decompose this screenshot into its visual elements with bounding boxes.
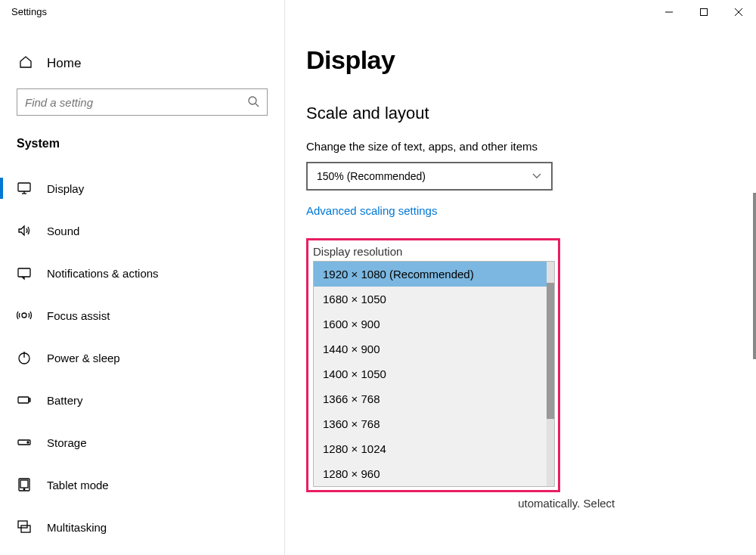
sidebar-item-focus[interactable]: Focus assist [0,294,284,336]
resolution-dropdown-list: 1920 × 1080 (Recommended)1680 × 10501600… [313,261,555,487]
home-label: Home [47,56,81,71]
svg-rect-6 [18,183,30,191]
sidebar-item-label: Tablet mode [47,479,109,491]
resolution-option[interactable]: 1360 × 768 [314,411,554,436]
sidebar-item-display[interactable]: Display [0,167,284,209]
sidebar-item-storage[interactable]: Storage [0,421,284,464]
home-icon [18,54,33,72]
scale-label: Change the size of text, apps, and other… [306,140,733,153]
power-icon [17,350,32,365]
tablet-icon [17,477,32,492]
resolution-option[interactable]: 1400 × 1050 [314,361,554,386]
resolution-highlight-box: Display resolution 1920 × 1080 (Recommen… [306,238,560,492]
svg-line-5 [256,104,259,107]
sidebar-item-notifications[interactable]: Notifications & actions [0,252,284,294]
resolution-option[interactable]: 1366 × 768 [314,386,554,411]
sidebar-item-tablet[interactable]: Tablet mode [0,464,284,506]
resolution-option[interactable]: 1280 × 960 [314,461,554,486]
resolution-option[interactable]: 1920 × 1080 (Recommended) [314,262,554,287]
battery-icon [17,392,32,408]
sidebar-item-power[interactable]: Power & sleep [0,336,284,379]
advanced-scaling-link[interactable]: Advanced scaling settings [306,204,437,217]
svg-rect-14 [29,398,30,402]
sidebar-item-label: Power & sleep [47,352,120,364]
obscured-text: Older displays might not always connect … [306,495,733,511]
sidebar-item-multitasking[interactable]: Multitasking [0,506,284,548]
sidebar-item-label: Battery [47,394,83,407]
svg-rect-18 [20,480,28,488]
resolution-option[interactable]: 1600 × 900 [314,312,554,336]
resolution-scrollbar-track[interactable] [547,262,554,486]
home-nav[interactable]: Home [0,48,284,78]
focus-icon [17,308,32,323]
svg-point-10 [22,313,26,318]
chevron-down-icon [531,170,542,183]
notifications-icon [17,265,32,281]
sound-icon [17,223,32,238]
search-icon [247,95,259,110]
sidebar-item-label: Notifications & actions [47,267,159,280]
svg-point-19 [23,488,25,490]
sidebar-item-label: Sound [47,225,79,237]
svg-rect-21 [21,526,30,532]
search-input[interactable] [25,96,247,109]
page-title: Display [306,45,733,75]
section-heading: Scale and layout [306,104,733,123]
resolution-label: Display resolution [313,245,555,258]
sidebar-item-label: Storage [47,436,87,449]
content-scrollbar[interactable] [753,193,756,359]
search-input-container[interactable] [17,88,268,116]
sidebar-item-label: Display [47,182,84,195]
resolution-option[interactable]: 1440 × 900 [314,336,554,361]
svg-point-4 [249,97,256,104]
sidebar-item-sound[interactable]: Sound [0,209,284,252]
section-title: System [0,126,284,167]
resolution-option[interactable]: 1280 × 1024 [314,436,554,461]
svg-rect-9 [18,268,30,277]
sidebar-item-label: Multitasking [47,521,107,534]
sidebar-item-label: Focus assist [47,309,110,322]
svg-rect-20 [18,521,27,528]
svg-point-16 [27,442,29,443]
resolution-scrollbar-thumb[interactable] [547,283,554,419]
scale-dropdown[interactable]: 150% (Recommended) [306,162,553,191]
scale-value: 150% (Recommended) [317,170,426,182]
multitasking-icon [17,519,32,535]
display-icon [17,181,32,196]
storage-icon [17,435,32,450]
sidebar-item-battery[interactable]: Battery [0,379,284,421]
resolution-option[interactable]: 1680 × 1050 [314,287,554,312]
svg-rect-13 [18,397,29,403]
